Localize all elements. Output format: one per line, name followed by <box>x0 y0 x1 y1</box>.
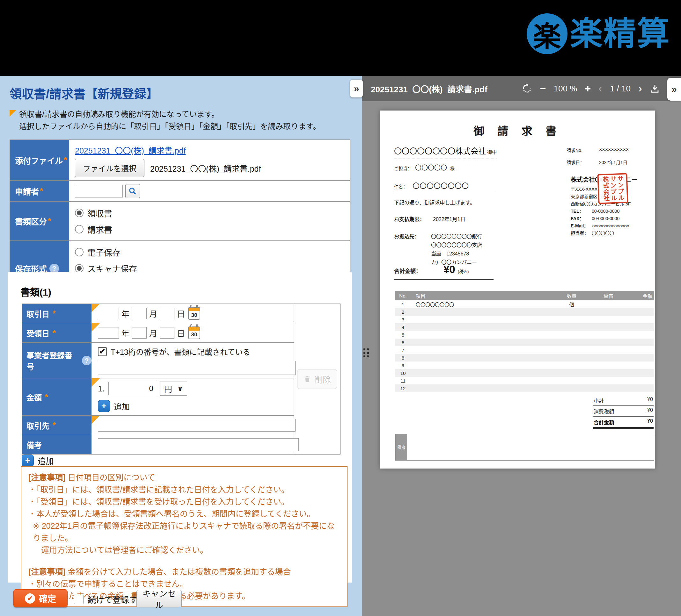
rakuraku-seisan-logo: 楽 楽精算 <box>527 14 671 54</box>
flag-icon <box>9 110 16 116</box>
invoice-totals: 小計¥0 消費税額¥0 合計金額¥0 <box>593 395 654 429</box>
prev-page-button[interactable]: ‹ <box>599 83 602 94</box>
notes1-bullet: ・「受領日」には、領収書/請求書を受け取った日付を入力してください。 <box>28 496 340 508</box>
txn-date-year-input[interactable] <box>98 308 119 319</box>
notice-line2: 選択したファイルから自動的に「取引日」「受領日」「金額」「取引先」を読み取ります… <box>9 120 321 133</box>
registration-form-panel: 領収書/請求書【新規登録】 領収書/請求書の自動読み取り機能が有効になっています… <box>0 76 362 616</box>
calendar-icon[interactable]: 30 <box>188 326 200 339</box>
invoice-table-header: No. 項目 数量 単価 金額 <box>395 291 654 300</box>
notes2-bullet: ・別々の伝票で申請することはできません。 <box>28 578 340 590</box>
applicant-label: 申請者* <box>10 181 69 201</box>
help-icon[interactable]: ? <box>82 356 92 365</box>
check-circle-icon: ✔ <box>25 593 35 604</box>
plus-icon: + <box>22 455 34 466</box>
notes2-tag: [注意事項] <box>28 567 66 576</box>
save-format-option-electronic[interactable]: 電子保存 <box>75 246 344 258</box>
continue-register-checkbox[interactable] <box>74 595 83 604</box>
month-unit: 月 <box>149 327 157 339</box>
logo-wordmark: 楽精算 <box>570 14 671 54</box>
amount-input[interactable] <box>108 382 156 395</box>
notes1-sub2: 運用方法については管理者にご確認ください。 <box>28 544 340 556</box>
doc-type-option-receipt[interactable]: 領収書 <box>75 207 344 219</box>
reg-number-label: 事業者登録番号 ? <box>22 343 92 378</box>
invoice-meta: 請求No.XXXXXXXXXX 請求日：2022年1月1日 <box>566 147 629 165</box>
collapse-panel-right-button[interactable]: » <box>667 78 681 101</box>
download-icon[interactable] <box>650 83 660 93</box>
vendor-input[interactable] <box>98 419 296 432</box>
year-unit: 年 <box>122 308 129 319</box>
txn-date-day-input[interactable] <box>160 308 174 319</box>
year-unit: 年 <box>122 327 129 339</box>
vendor-label: 取引先 * <box>22 416 92 435</box>
memo-input[interactable] <box>98 438 299 451</box>
pdf-page-preview: 御 請 求 書 〇〇〇〇〇〇〇〇株式会社 御中 ご担当： 〇〇〇〇〇 様 件名：… <box>380 110 655 468</box>
notes2-title: 金額を分けて入力した場合、または複数の書類を追加する場合 <box>68 567 291 576</box>
search-icon <box>128 187 137 195</box>
attach-file-row: 添付ファイル* 20251231_〇〇(株)_請求書.pdf ファイルを選択 2… <box>10 140 350 181</box>
invoice-table-row: 11 <box>395 377 654 384</box>
receipt-date-month-input[interactable] <box>132 327 147 339</box>
invoice-table-row: 6 <box>395 339 654 346</box>
receipt-date-row: 受領日 * 年 月 日 30 <box>22 323 294 343</box>
doc-type-label: 書類区分* <box>10 202 69 240</box>
notes1-bullet: ・「取引日」には、領収書/請求書に記載された日付を入力してください。 <box>28 483 340 496</box>
document-section-heading: 書類(1) <box>20 285 51 298</box>
receipt-date-day-input[interactable] <box>160 327 174 339</box>
next-page-button[interactable]: › <box>638 83 642 94</box>
vendor-row: 取引先 * <box>22 416 294 435</box>
notes1-bullet: ・本人が受領した場合は、受領書類へ署名のうえ、期間内に登録してください。 <box>28 508 340 520</box>
rotate-icon[interactable] <box>522 83 532 94</box>
applicant-input[interactable] <box>75 185 123 197</box>
add-document-button[interactable]: + 追加 <box>22 455 54 466</box>
month-unit: 月 <box>149 308 157 319</box>
calendar-icon[interactable]: 30 <box>188 307 200 320</box>
day-unit: 日 <box>177 327 185 339</box>
notes1-title: 日付項目の区別について <box>68 473 155 482</box>
zoom-in-button[interactable]: + <box>585 83 591 93</box>
company-stamp: 株式会社 サンプル サンプル <box>597 173 628 204</box>
add-amount-button[interactable]: + 追加 <box>98 400 288 412</box>
txn-date-month-input[interactable] <box>132 308 147 319</box>
panel-resize-handle[interactable] <box>363 348 369 357</box>
file-select-button[interactable]: ファイルを選択 <box>75 159 145 177</box>
cancel-button[interactable]: キャンセル <box>136 590 182 608</box>
confirm-button[interactable]: ✔ 確定 <box>14 589 68 608</box>
document-form-table: 取引日 * 年 月 日 30 <box>22 303 340 455</box>
help-icon[interactable]: ? <box>49 264 59 273</box>
delete-document-button[interactable]: 削除 <box>297 369 337 389</box>
required-mark: * <box>45 392 48 402</box>
receipt-date-year-input[interactable] <box>98 327 119 339</box>
selected-file-name: 20251231_〇〇(株)_請求書.pdf <box>150 162 261 174</box>
amount-row: 金額 * 1. 円 ∨ + 追加 <box>22 378 294 416</box>
attach-file-label: 添付ファイル* <box>10 140 69 180</box>
invoice-title: 御 請 求 書 <box>380 123 655 138</box>
reg-number-checkbox[interactable] <box>98 347 107 356</box>
amount-unit-select[interactable]: 円 ∨ <box>160 381 187 396</box>
radio-unchecked-icon <box>75 225 83 234</box>
invoice-client: 〇〇〇〇〇〇〇〇株式会社 御中 <box>394 145 497 159</box>
invoice-contact: ご担当： 〇〇〇〇〇 様 <box>394 163 455 172</box>
document-section-panel: 書類(1) 取引日 * 年 月 日 <box>8 272 352 583</box>
continue-register-option: 続けて登録する <box>74 593 146 605</box>
applicant-search-button[interactable] <box>125 184 140 198</box>
pdf-viewer-panel: 20251231_〇〇(株)_請求書.pdf − 100 % + ‹ 1 / 1… <box>362 76 681 616</box>
zoom-out-button[interactable]: − <box>540 83 546 93</box>
invoice-table-row: 10 <box>395 369 654 377</box>
invoice-table-row: 5 <box>395 331 654 339</box>
doc-type-option-invoice[interactable]: 請求書 <box>75 223 344 235</box>
plus-icon: + <box>98 400 110 412</box>
memo-row: 備考 <box>22 435 294 454</box>
invoice-items-table: No. 項目 数量 単価 金額 1〇〇〇〇〇〇〇〇個23456789101112 <box>395 291 654 392</box>
collapse-panel-left-button[interactable]: » <box>350 80 363 98</box>
attached-file-link[interactable]: 20251231_〇〇(株)_請求書.pdf <box>75 144 344 156</box>
invoice-bank: お振込先： 〇〇〇〇〇〇〇〇銀行 〇〇〇〇〇〇〇〇支店 当座 12345678 … <box>394 232 482 267</box>
doc-type-row: 書類区分* 領収書 請求書 <box>10 202 350 241</box>
invoice-table-row: 2 <box>395 308 654 316</box>
invoice-due: お支払期限： 2022年1月1日 <box>394 215 465 223</box>
required-mark: * <box>40 186 43 196</box>
txn-date-row: 取引日 * 年 月 日 30 <box>22 304 294 323</box>
txn-date-label: 取引日 * <box>22 304 92 323</box>
reg-number-input[interactable] <box>98 361 296 375</box>
invoice-table-row: 4 <box>395 323 654 331</box>
memo-label: 備考 <box>22 435 92 454</box>
